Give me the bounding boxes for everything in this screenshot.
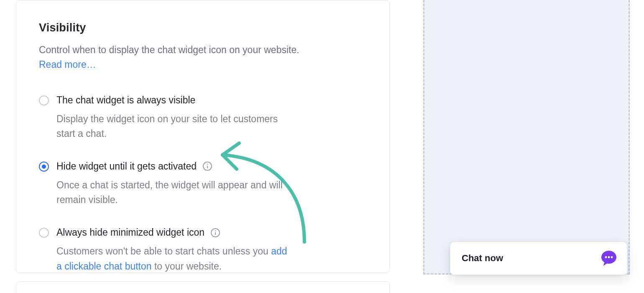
chat-widget-bar[interactable]: Chat now xyxy=(450,242,627,275)
option-title: The chat widget is always visible xyxy=(56,95,195,106)
option-description: Customers won't be able to start chats u… xyxy=(56,244,295,274)
option-body: Hide widget until it gets activated Once… xyxy=(56,161,367,208)
option-title: Hide widget until it gets activated xyxy=(56,161,197,172)
widget-preview-pane: Chat now xyxy=(419,0,644,275)
svg-point-7 xyxy=(608,256,610,258)
next-settings-card xyxy=(16,281,390,293)
section-title: Visibility xyxy=(39,21,367,34)
option-body: Always hide minimized widget icon Custom… xyxy=(56,227,367,274)
option-description: Display the widget icon on your site to … xyxy=(56,112,295,141)
option-desc-suffix: to your website. xyxy=(152,261,222,272)
radio-hide-until-activated[interactable] xyxy=(39,162,49,172)
svg-point-6 xyxy=(605,256,607,258)
option-title: Always hide minimized widget icon xyxy=(56,227,204,238)
option-always-visible: The chat widget is always visible Displa… xyxy=(39,95,367,141)
visibility-settings-card: Visibility Control when to display the c… xyxy=(16,0,390,273)
option-body: The chat widget is always visible Displa… xyxy=(56,95,367,141)
visibility-options: The chat widget is always visible Displa… xyxy=(39,95,367,274)
svg-point-2 xyxy=(207,164,208,165)
info-icon[interactable] xyxy=(210,228,220,238)
radio-always-hide[interactable] xyxy=(39,228,49,238)
chat-now-label: Chat now xyxy=(462,253,503,264)
radio-always-visible[interactable] xyxy=(39,95,49,105)
section-description: Control when to display the chat widget … xyxy=(39,43,367,57)
option-desc-prefix: Customers won't be able to start chats u… xyxy=(56,246,271,257)
option-hide-until-activated: Hide widget until it gets activated Once… xyxy=(39,161,367,208)
option-description: Once a chat is started, the widget will … xyxy=(56,178,295,208)
info-icon[interactable] xyxy=(202,161,212,171)
preview-background xyxy=(423,0,630,275)
svg-point-8 xyxy=(611,256,613,258)
chat-bubble-icon[interactable] xyxy=(600,249,618,267)
svg-point-5 xyxy=(215,230,216,231)
read-more-link[interactable]: Read more… xyxy=(39,59,96,70)
option-always-hide: Always hide minimized widget icon Custom… xyxy=(39,227,367,274)
